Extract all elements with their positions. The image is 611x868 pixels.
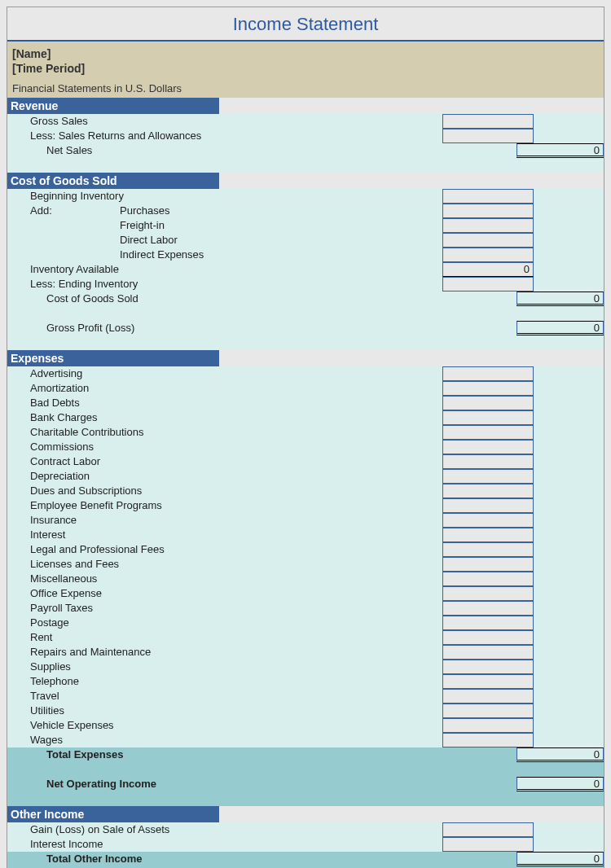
expense-row-label: Miscellaneous <box>7 572 276 586</box>
other-row-label: Interest Income <box>7 837 276 852</box>
expense-row-input[interactable] <box>442 557 534 572</box>
expense-row-input[interactable] <box>442 484 534 498</box>
expense-row-label: Bad Debts <box>7 396 276 410</box>
ending-inv-label: Less: Ending Inventory <box>7 277 276 292</box>
expense-row-input[interactable] <box>442 440 534 454</box>
expense-row-label: Supplies <box>7 660 276 674</box>
expense-row-input[interactable] <box>442 660 534 674</box>
cogs-add-label: Indirect Expenses <box>7 248 276 262</box>
gross-profit-label: Gross Profit (Loss) <box>7 321 266 335</box>
expense-row-label: Advertising <box>7 366 276 381</box>
other-row-input[interactable] <box>442 822 534 837</box>
expense-row-label: Utilities <box>7 704 276 718</box>
beginning-inv-input[interactable] <box>442 189 534 204</box>
expense-row-label: Wages <box>7 733 276 747</box>
expense-row-label: Dues and Subscriptions <box>7 484 276 498</box>
meta-note: Financial Statements in U.S. Dollars <box>7 79 604 98</box>
revenue-row-label: Less: Sales Returns and Allowances <box>7 129 276 143</box>
net-sales-value[interactable]: 0 <box>516 143 604 158</box>
expense-row-label: Interest <box>7 528 276 542</box>
expense-row-input[interactable] <box>442 616 534 630</box>
expense-row-input[interactable] <box>442 645 534 660</box>
cogs-add-label: Direct Labor <box>7 233 276 248</box>
expense-row-input[interactable] <box>442 381 534 396</box>
expense-row-input[interactable] <box>442 396 534 410</box>
expense-row-label: Depreciation <box>7 469 276 484</box>
expense-row-label: Bank Charges <box>7 410 276 425</box>
cogs-total-label: Cost of Goods Sold <box>7 292 266 306</box>
expense-row-input[interactable] <box>442 733 534 747</box>
expense-row-label: Employee Benefit Programs <box>7 498 276 513</box>
revenue-row-input[interactable] <box>442 129 534 143</box>
cogs-total-value[interactable]: 0 <box>516 292 604 306</box>
expense-row-label: Charitable Contributions <box>7 425 276 440</box>
expense-row-input[interactable] <box>442 689 534 704</box>
section-expenses: Expenses <box>7 350 219 366</box>
meta-block: [Name] [Time Period] <box>7 42 604 79</box>
section-other: Other Income <box>7 806 219 822</box>
total-other-value[interactable]: 0 <box>516 852 604 866</box>
page-title: Income Statement <box>7 7 604 40</box>
expense-row-label: Amortization <box>7 381 276 396</box>
inv-avail-value[interactable]: 0 <box>442 262 534 277</box>
gross-profit-value[interactable]: 0 <box>516 321 604 335</box>
beginning-inv-label: Beginning Inventory <box>7 189 276 204</box>
expense-row-label: Repairs and Maintenance <box>7 645 276 660</box>
expense-row-label: Telephone <box>7 674 276 689</box>
expense-row-input[interactable] <box>442 498 534 513</box>
cogs-add-input[interactable] <box>442 233 534 248</box>
total-other-label: Total Other Income <box>7 852 266 866</box>
expense-row-label: Contract Labor <box>7 454 276 469</box>
expense-row-label: Rent <box>7 630 276 645</box>
meta-period: [Time Period] <box>12 61 599 76</box>
expense-row-input[interactable] <box>442 528 534 542</box>
expense-row-input[interactable] <box>442 366 534 381</box>
expense-row-label: Office Expense <box>7 586 276 601</box>
expense-row-input[interactable] <box>442 513 534 528</box>
cogs-add-input[interactable] <box>442 248 534 262</box>
inv-avail-label: Inventory Available <box>7 262 276 277</box>
expense-row-input[interactable] <box>442 674 534 689</box>
cogs-add-input[interactable] <box>442 204 534 218</box>
expense-row-label: Legal and Professional Fees <box>7 542 276 557</box>
expense-row-label: Payroll Taxes <box>7 601 276 616</box>
cogs-add-label: Add:Purchases <box>7 204 276 218</box>
total-expenses-value[interactable]: 0 <box>516 747 604 762</box>
cogs-add-input[interactable] <box>442 218 534 233</box>
expense-row-input[interactable] <box>442 718 534 733</box>
ending-inv-input[interactable] <box>442 277 534 292</box>
expense-row-label: Licenses and Fees <box>7 557 276 572</box>
income-statement-sheet: Income Statement [Name] [Time Period] Fi… <box>7 7 604 868</box>
expense-row-input[interactable] <box>442 586 534 601</box>
expense-row-label: Travel <box>7 689 276 704</box>
expense-row-input[interactable] <box>442 469 534 484</box>
section-revenue: Revenue <box>7 98 219 114</box>
revenue-row-label: Gross Sales <box>7 114 276 129</box>
expense-row-label: Vehicle Expenses <box>7 718 276 733</box>
expense-row-input[interactable] <box>442 630 534 645</box>
expense-row-input[interactable] <box>442 410 534 425</box>
other-row-input[interactable] <box>442 837 534 852</box>
other-row-label: Gain (Loss) on Sale of Assets <box>7 822 276 837</box>
expense-row-input[interactable] <box>442 542 534 557</box>
cogs-add-label: Freight-in <box>7 218 276 233</box>
section-cogs: Cost of Goods Sold <box>7 173 219 189</box>
expense-row-input[interactable] <box>442 704 534 718</box>
expense-row-input[interactable] <box>442 454 534 469</box>
expense-row-input[interactable] <box>442 572 534 586</box>
net-op-label: Net Operating Income <box>7 777 266 791</box>
expense-row-input[interactable] <box>442 601 534 616</box>
net-op-value[interactable]: 0 <box>516 777 604 791</box>
total-expenses-label: Total Expenses <box>7 747 266 762</box>
expense-row-label: Commissions <box>7 440 276 454</box>
revenue-row-input[interactable] <box>442 114 534 129</box>
expense-row-label: Postage <box>7 616 276 630</box>
net-sales-label: Net Sales <box>7 143 266 158</box>
expense-row-label: Insurance <box>7 513 276 528</box>
expense-row-input[interactable] <box>442 425 534 440</box>
meta-name: [Name] <box>12 46 599 61</box>
